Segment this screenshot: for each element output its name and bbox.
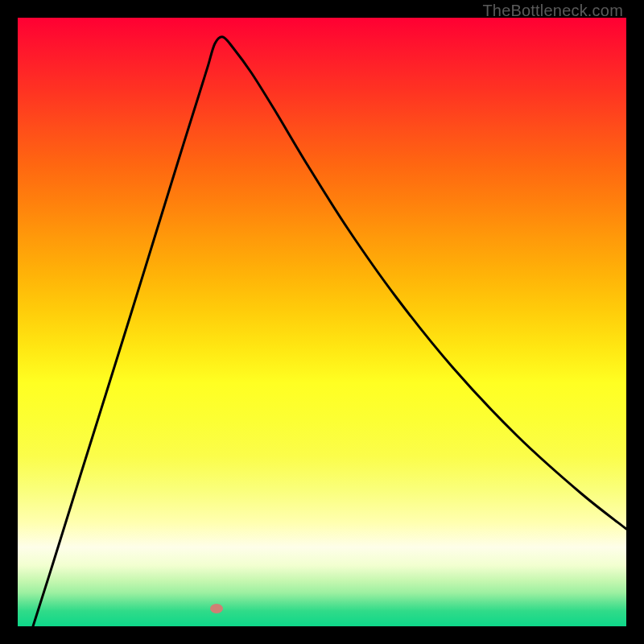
watermark-text: TheBottleneck.com: [482, 2, 623, 20]
chart-frame: TheBottleneck.com: [0, 0, 644, 644]
optimal-point-marker: [210, 604, 223, 613]
bottleneck-curve: [18, 18, 626, 626]
